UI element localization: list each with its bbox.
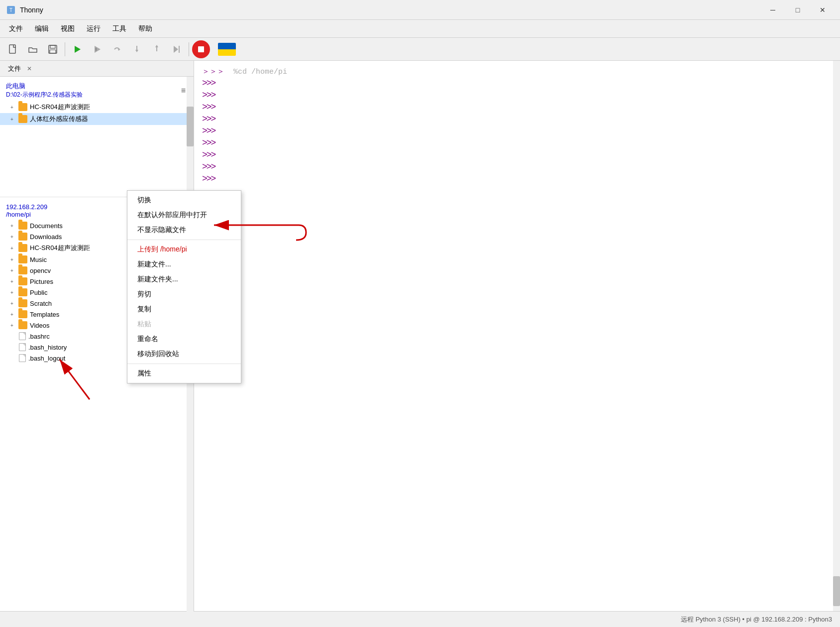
shell-scrollbar[interactable] (833, 61, 840, 611)
expand-pictures[interactable]: + (8, 277, 16, 285)
scroll-thumb[interactable] (187, 107, 194, 146)
app-title: Thonny (20, 6, 43, 14)
file-icon-bash-logout (19, 354, 26, 362)
folder-label-downloads: Downloads (30, 233, 62, 241)
context-menu: 切换 在默认外部应用中打开 不显示隐藏文件 上传到 /home/pi 新建文件.… (127, 190, 241, 383)
folder-icon-pictures (18, 277, 27, 285)
svg-marker-9 (118, 49, 120, 51)
shell-prompt-4: >>> (202, 114, 832, 124)
expand-r-hcsr04[interactable]: + (8, 244, 16, 252)
shell-command-text: %cd /home/pi (233, 68, 287, 76)
folder-icon-videos (18, 321, 27, 329)
folder-icon-templates (18, 310, 27, 318)
file-label-bash-history: .bash_history (28, 344, 67, 351)
ctx-div1 (127, 240, 241, 240)
expand-icon-pir[interactable]: + (8, 115, 16, 123)
ctx-div2 (127, 364, 241, 364)
ukraine-flag[interactable] (218, 43, 236, 56)
ctx-upload[interactable]: 上传到 /home/pi (127, 242, 241, 257)
ctx-copy[interactable]: 复制 (127, 302, 241, 317)
minimize-button[interactable]: ─ (761, 2, 784, 18)
save-file-button[interactable] (44, 41, 62, 58)
run-button[interactable] (68, 41, 86, 58)
folder-label-documents: Documents (30, 222, 63, 230)
ctx-move-trash[interactable]: 移动到回收站 (127, 347, 241, 362)
svg-marker-7 (95, 46, 101, 53)
stop-button[interactable] (192, 40, 210, 58)
menu-bar: 文件 编辑 视图 运行 工具 帮助 (0, 20, 840, 38)
file-icon-bash-history (19, 343, 26, 351)
resume-button[interactable] (168, 41, 186, 58)
step-over-button[interactable] (108, 41, 126, 58)
title-bar: T Thonny ─ □ ✕ (0, 0, 840, 20)
svg-marker-13 (155, 45, 158, 47)
folder-icon-pir (18, 115, 27, 123)
shell-prompt-1: >>> (202, 78, 832, 88)
folder-icon-opencv (18, 266, 27, 274)
shell-prompt-9: >>> (202, 174, 832, 184)
folder-label-opencv: opencv (30, 267, 51, 274)
this-pc-label[interactable]: 此电脑 (6, 82, 83, 91)
toolbar-sep2 (189, 42, 189, 56)
toolbar (0, 38, 840, 61)
folder-label-hcsr04: HC-SR04超声波测距 (30, 103, 90, 112)
expand-videos[interactable]: + (8, 321, 16, 329)
shell-scroll-thumb[interactable] (833, 576, 840, 606)
expand-templates[interactable]: + (8, 310, 16, 318)
menu-tools[interactable]: 工具 (107, 22, 131, 35)
ctx-hide-files[interactable]: 不显示隐藏文件 (127, 223, 241, 238)
title-bar-controls: ─ □ ✕ (761, 2, 834, 18)
shell-prompt-3: >>> (202, 102, 832, 112)
folder-icon-public (18, 288, 27, 296)
ctx-properties[interactable]: 属性 (127, 366, 241, 381)
svg-text:T: T (9, 7, 12, 13)
file-label-bashrc: .bashrc (28, 333, 50, 340)
shell-prompt-2: >>> (202, 90, 832, 100)
menu-help[interactable]: 帮助 (133, 22, 157, 35)
shell-prompt-8: >>> (202, 162, 832, 172)
menu-edit[interactable]: 编辑 (30, 22, 54, 35)
ctx-new-folder[interactable]: 新建文件夹... (127, 272, 241, 287)
expand-downloads[interactable]: + (8, 233, 16, 241)
ctx-open-external[interactable]: 在默认外部应用中打开 (127, 208, 241, 223)
expand-documents[interactable]: + (8, 222, 16, 230)
ctx-rename[interactable]: 重命名 (127, 332, 241, 347)
menu-view[interactable]: 视图 (56, 22, 80, 35)
file-panel-tab[interactable]: 文件 (6, 63, 23, 74)
folder-icon-r-hcsr04 (18, 244, 27, 252)
folder-label-pictures: Pictures (30, 278, 53, 285)
menu-run[interactable]: 运行 (82, 22, 105, 35)
new-file-button[interactable] (4, 41, 22, 58)
folder-label-public: Public (30, 289, 47, 296)
ctx-new-file[interactable]: 新建文件... (127, 257, 241, 272)
expand-icon-hcsr04[interactable]: + (8, 103, 16, 111)
step-out-button[interactable] (148, 41, 166, 58)
expand-music[interactable]: + (8, 255, 16, 263)
expand-scratch[interactable]: + (8, 299, 16, 307)
local-folder-pir[interactable]: + 人体红外感应传感器 (0, 113, 194, 125)
local-path: D:\02-示例程序\2.传感器实验 (6, 91, 83, 99)
status-bar: 远程 Python 3 (SSH) • pi @ 192.168.2.209 :… (0, 611, 840, 627)
ctx-paste[interactable]: 粘贴 (127, 317, 241, 332)
shell-prompt-5: >>> (202, 126, 832, 136)
local-section-header: 此电脑 D:\02-示例程序\2.传感器实验 ≡ (0, 79, 194, 101)
expand-public[interactable]: + (8, 288, 16, 296)
step-into-button[interactable] (128, 41, 146, 58)
debug-button[interactable] (88, 41, 106, 58)
ctx-cut[interactable]: 剪切 (127, 287, 241, 302)
folder-label-music: Music (30, 256, 47, 263)
local-section-info: 此电脑 D:\02-示例程序\2.传感器实验 (6, 82, 83, 99)
close-button[interactable]: ✕ (811, 2, 834, 18)
open-file-button[interactable] (24, 41, 42, 58)
shell-prompt-6: >>> (202, 138, 832, 148)
local-folder-hcsr04[interactable]: + HC-SR04超声波测距 (0, 101, 194, 113)
file-panel-close[interactable]: ✕ (27, 65, 32, 72)
status-text: 远程 Python 3 (SSH) • pi @ 192.168.2.209 :… (681, 615, 832, 624)
svg-rect-4 (50, 45, 55, 48)
maximize-button[interactable]: □ (786, 2, 809, 18)
ctx-switch[interactable]: 切换 (127, 193, 241, 208)
shell-area[interactable]: ＞＞＞ %cd /home/pi >>> >>> >>> >>> >>> >>>… (194, 61, 840, 611)
expand-opencv[interactable]: + (8, 266, 16, 274)
menu-file[interactable]: 文件 (4, 22, 28, 35)
svg-rect-5 (50, 50, 56, 53)
